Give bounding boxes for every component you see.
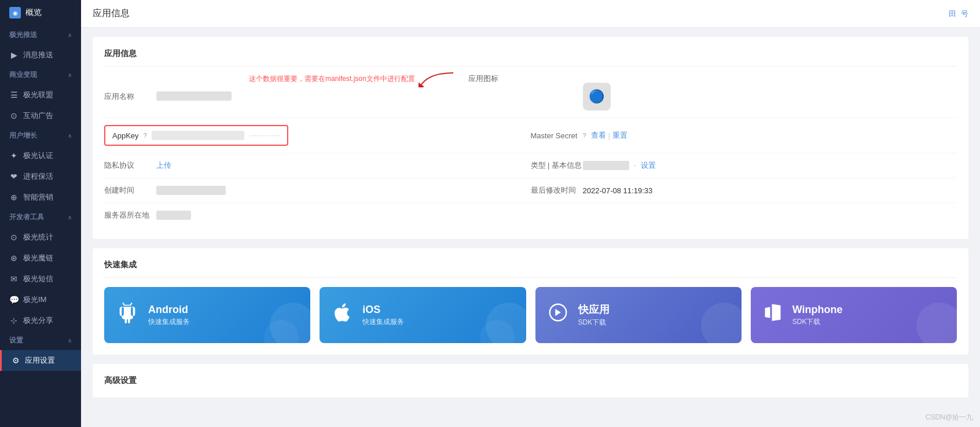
quick-card-ios[interactable]: iOS 快速集成服务 [320,287,526,343]
sidebar-title: 概览 [25,8,42,18]
sidebar-item-auth[interactable]: ✦ 极光认证 [0,145,81,166]
info-row-1: 应用名称 这个数据很重要，需要在manifest.json文件中进行配置 [104,76,957,118]
app-info-card: 应用信息 应用名称 这个数据很重要，需要在manifest.json文件中进行配… [93,37,968,239]
apple-icon [331,301,353,329]
section-label-devtools: 开发者工具 [9,212,44,222]
sidebar-item-app-settings[interactable]: ⚙ 应用设置 [0,350,81,371]
chevron-commercial-icon: ∧ [68,72,72,78]
annotation: 这个数据很重要，需要在manifest.json文件中进行配置 应用图标 [249,70,498,87]
appkey-dots: ···-········-··· [249,131,281,139]
ios-subtitle: 快速集成服务 [362,317,404,327]
sidebar-label-share: 极光分享 [23,315,53,326]
privacy-row: 隐私协议 上传 [104,153,531,178]
appkey-hint-icon[interactable]: ? [144,132,147,139]
chevron-settings-icon: ∧ [68,337,72,344]
sidebar-item-interactive-ad[interactable]: ⊙ 互动广告 [0,105,81,126]
sidebar-item-message-push[interactable]: ▶ 消息推送 [0,45,81,65]
quickapp-subtitle: SDK下载 [578,318,610,327]
quickapp-icon [547,301,569,329]
master-secret-row: Master Secret ? 查看 | 重置 [531,118,957,153]
empty-row-right [531,203,957,227]
winphone-title: Winphone [792,304,843,316]
stats-icon: ⊙ [9,233,19,242]
quickapp-card-info: 快应用 SDK下载 [578,303,610,327]
chevron-devtools-icon: ∧ [68,214,72,220]
section-jiguang-push: 极光推送 ∧ [0,25,81,45]
server-location-row: 服务器所在地 [104,203,531,227]
sidebar-nav: ◉ 概览 极光推送 ∧ ▶ 消息推送 商业变现 ∧ ☰ 极光联盟 ⊙ 互动广告 … [0,0,81,427]
sidebar-label-auth: 极光认证 [23,150,53,161]
main-content: 应用信息 田 号 应用信息 应用名称 这个数据很重要，需要在manifest.j… [81,0,980,427]
appkey-label: AppKey [112,131,139,140]
master-secret-label: Master Secret [531,131,583,140]
app-icon-placeholder: 🔵 [583,83,611,111]
winphone-subtitle: SDK下载 [792,317,843,327]
section-user-growth: 用户增长 ∧ [0,126,81,145]
sidebar-item-keepalive[interactable]: ❤ 进程保活 [0,166,81,187]
type-value-blurred [583,161,629,170]
settings-gear-icon: ⚙ [11,356,20,365]
sidebar-item-im[interactable]: 💬 极光IM [0,289,81,310]
created-time-label: 创建时间 [104,185,156,196]
info-row-2: AppKey ? ···-········-··· Master Secret … [104,118,957,153]
sidebar-item-magic-chain[interactable]: ⊛ 极光魔链 [0,248,81,268]
sidebar-label-message-push: 消息推送 [23,50,53,60]
appkey-value [152,131,244,140]
topbar-avatar[interactable]: 号 [961,9,968,19]
section-label-commercial: 商业变现 [9,70,37,80]
type-dash: - [634,161,636,170]
sidebar-item-jiguang-alliance[interactable]: ☰ 极光联盟 [0,84,81,105]
info-row-5: 服务器所在地 [104,203,957,227]
winphone-decoration [916,303,957,343]
privacy-upload-link[interactable]: 上传 [156,160,171,171]
topbar-actions: 田 号 [949,9,968,19]
quick-card-quickapp[interactable]: 快应用 SDK下载 [535,287,742,343]
master-secret-reset-link[interactable]: 重置 [612,130,627,141]
ad-icon: ⊙ [9,111,19,120]
android-icon [116,301,139,329]
created-time-row: 创建时间 [104,178,531,203]
info-row-4: 创建时间 最后修改时间 2022-07-08 11:19:33 [104,178,957,203]
quick-card-android[interactable]: Android 快速集成服务 [104,287,310,343]
sidebar-label-interactive-ad: 互动广告 [23,111,53,121]
section-commercial: 商业变现 ∧ [0,65,81,84]
app-icon-row: 🔵 [531,76,957,117]
chevron-growth-icon: ∧ [68,132,72,139]
keepalive-icon: ❤ [9,172,19,181]
marketing-icon: ⊕ [9,193,19,202]
sidebar-item-smart-marketing[interactable]: ⊕ 智能营销 [0,187,81,208]
section-settings: 设置 ∧ [0,331,81,350]
privacy-label: 隐私协议 [104,160,156,171]
created-time-value [156,186,226,195]
sidebar-label-app-settings: 应用设置 [25,355,55,366]
alliance-icon: ☰ [9,90,19,100]
app-icon-label-inline: 应用图标 [468,73,498,84]
quickapp-decoration [701,303,742,343]
appkey-row: AppKey ? ···-········-··· [104,118,531,153]
type-info-row: 类型 | 基本信息 - 设置 [531,153,957,178]
auth-icon: ✦ [9,151,19,160]
topbar: 应用信息 田 号 [81,0,980,28]
section-label-push: 极光推送 [9,30,37,40]
sidebar-item-share[interactable]: ⊹ 极光分享 [0,310,81,331]
grid-view-icon[interactable]: 田 [949,9,956,19]
header-icon: ◉ [9,7,21,19]
server-location-label: 服务器所在地 [104,210,156,220]
quick-integration-title: 快速集成 [104,260,957,278]
sidebar-label-marketing: 智能营销 [23,192,53,203]
ios-title: iOS [362,304,404,316]
last-modified-label: 最后修改时间 [531,185,583,196]
master-secret-view-link[interactable]: 查看 [591,130,606,141]
sidebar-item-sms[interactable]: ✉ 极光短信 [0,268,81,289]
master-secret-hint-icon[interactable]: ? [583,132,586,139]
last-modified-value: 2022-07-08 11:19:33 [583,186,957,195]
section-label-growth: 用户增长 [9,131,37,141]
quick-card-winphone[interactable]: Winphone SDK下载 [751,287,957,343]
android-subtitle: 快速集成服务 [148,317,190,327]
sidebar-label-keepalive: 进程保活 [23,171,53,182]
sidebar-item-stats[interactable]: ⊙ 极光统计 [0,227,81,248]
type-settings-link[interactable]: 设置 [641,160,656,171]
windows-icon [762,302,783,328]
app-name-value [156,91,531,102]
sidebar-header[interactable]: ◉ 概览 [0,0,81,25]
